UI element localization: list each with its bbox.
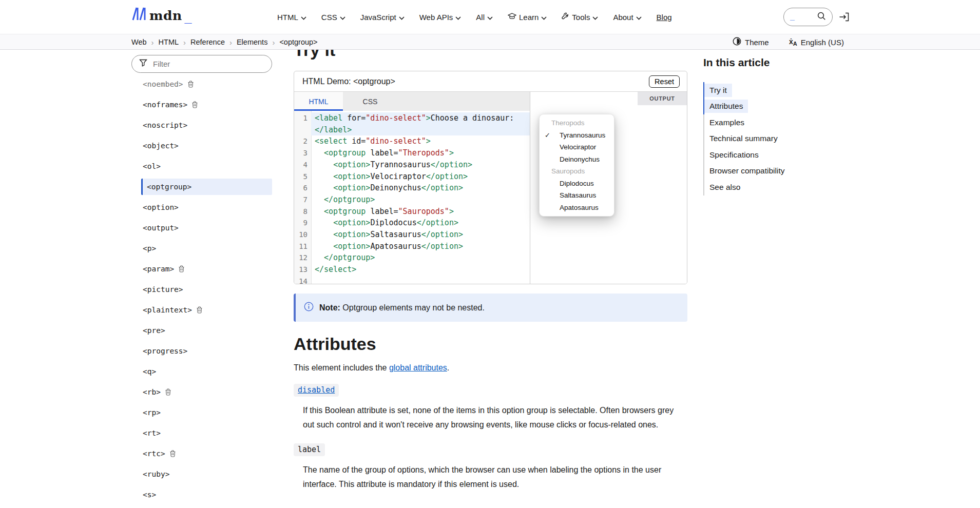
element-label: <noframes>	[143, 101, 187, 109]
option-label: Deinonychus	[560, 155, 600, 163]
tryit-heading: Try it	[294, 50, 335, 60]
article-content: Try it HTML Demo: <optgroup> Reset HTMLC…	[294, 50, 687, 500]
breadcrumb-item-elements[interactable]: Elements	[237, 38, 267, 46]
line-number: 14	[294, 276, 311, 284]
tab-html[interactable]: HTML	[294, 92, 343, 111]
mdn-logo[interactable]: mdn _	[131, 7, 192, 23]
sidebar-item-param[interactable]: <param>	[141, 261, 272, 277]
line-number: 10	[294, 229, 311, 241]
global-attributes-link[interactable]: global attributes	[389, 363, 447, 372]
toc-link-see-also[interactable]: See also	[704, 181, 745, 194]
element-label: <rt>	[143, 429, 161, 437]
code-editor[interactable]: HTMLCSS 1<label for="dino-select">Choose…	[294, 92, 530, 284]
nav-item-css[interactable]: CSS	[321, 13, 345, 22]
toc-link-attributes[interactable]: Attributes	[704, 100, 748, 113]
wrench-icon	[562, 12, 569, 22]
breadcrumb-item-web[interactable]: Web	[131, 38, 147, 46]
sidebar-item-ruby[interactable]: <ruby>	[141, 466, 272, 482]
sidebar-item-ol[interactable]: <ol>	[141, 158, 272, 174]
toc-link-examples[interactable]: Examples	[704, 116, 750, 129]
element-label: <option>	[143, 203, 179, 211]
element-label: <rb>	[143, 388, 161, 396]
chevron-down-icon	[487, 13, 493, 22]
sidebar-item-progress[interactable]: <progress>	[141, 343, 272, 359]
sidebar-item-noscript[interactable]: <noscript>	[141, 117, 272, 133]
toc-link-try-it[interactable]: Try it	[704, 84, 732, 97]
sidebar-item-p[interactable]: <p>	[141, 240, 272, 257]
sidebar-item-noembed[interactable]: <noembed>	[141, 76, 272, 92]
sidebar-item-s[interactable]: <s>	[141, 486, 272, 503]
sidebar-item-output[interactable]: <output>	[141, 220, 272, 236]
reset-button[interactable]: Reset	[649, 75, 680, 88]
sidebar-item-noframes[interactable]: <noframes>	[141, 96, 272, 113]
chevron-down-icon	[592, 13, 598, 22]
breadcrumb-item-optgroup[interactable]: <optgroup>	[279, 38, 317, 46]
line-number: 1	[294, 112, 311, 124]
deprecated-trash-icon	[196, 306, 203, 314]
deprecated-trash-icon	[178, 265, 185, 272]
nav-item-tools[interactable]: Tools	[562, 12, 598, 22]
toc-link-technical-summary[interactable]: Technical summary	[704, 132, 783, 145]
nav-item-blog[interactable]: Blog	[657, 13, 672, 22]
option-tyrannosaurus[interactable]: ✓Tyrannosaurus	[540, 129, 614, 142]
tryit-heading-clipped: Try it	[294, 50, 687, 62]
nav-label: About	[613, 13, 633, 22]
sidebar-item-optgroup[interactable]: <optgroup>	[141, 179, 272, 195]
nav-item-web-apis[interactable]: Web APIs	[419, 13, 462, 22]
nav-label: All	[476, 13, 485, 22]
deprecated-trash-icon	[169, 450, 176, 457]
toc-heading: In this article	[703, 56, 850, 69]
line-number: 8	[294, 206, 311, 218]
element-list: <noembed><noframes><noscript><object><ol…	[131, 76, 272, 503]
nav-item-html[interactable]: HTML	[277, 13, 306, 22]
search-input[interactable]: _	[783, 8, 833, 26]
element-label: <pre>	[143, 326, 165, 335]
attribute-chip-label: label	[294, 443, 325, 456]
theme-toggle[interactable]: Theme	[733, 34, 769, 50]
chevron-down-icon	[541, 13, 547, 22]
breadcrumb-item-reference[interactable]: Reference	[190, 38, 225, 46]
nav-label: Blog	[657, 13, 672, 22]
theme-label: Theme	[745, 38, 769, 47]
code-row: 11 <option>Apatosaurus</option>	[294, 241, 530, 252]
attribute-chip-disabled[interactable]: disabled	[294, 384, 339, 397]
breadcrumb-item-html[interactable]: HTML	[159, 38, 179, 46]
filter-input[interactable]	[152, 59, 249, 69]
nav-item-javascript[interactable]: JavaScript	[360, 13, 405, 22]
toc-link-specifications[interactable]: Specifications	[704, 148, 764, 162]
breadcrumb: Web›HTML›Reference›Elements›<optgroup>	[131, 34, 318, 50]
nav-item-learn[interactable]: Learn	[508, 13, 547, 22]
option-label: Velociraptor	[560, 143, 596, 151]
option-deinonychus[interactable]: Deinonychus	[540, 153, 614, 166]
code-area[interactable]: 1<label for="dino-select">Choose a dinos…	[294, 111, 530, 284]
toc-link-browser-compatibility[interactable]: Browser compatibility	[704, 164, 790, 178]
sidebar-item-rt[interactable]: <rt>	[141, 425, 272, 441]
sidebar-item-picture[interactable]: <picture>	[141, 281, 272, 298]
line-number: 2	[294, 135, 311, 147]
option-diplodocus[interactable]: Diplodocus	[540, 178, 614, 190]
option-apatosaurus[interactable]: Apatosaurus	[540, 202, 614, 214]
tab-css[interactable]: CSS	[343, 92, 397, 111]
language-switcher[interactable]: ẋA English (US)	[789, 34, 844, 50]
sidebar-item-object[interactable]: <object>	[141, 138, 272, 154]
sidebar-item-q[interactable]: <q>	[141, 363, 272, 380]
element-label: <plaintext>	[143, 306, 192, 314]
option-saltasaurus[interactable]: Saltasaurus	[540, 189, 614, 202]
sidebar-item-rp[interactable]: <rp>	[141, 404, 272, 421]
nav-label: Learn	[519, 13, 539, 22]
sidebar-item-option[interactable]: <option>	[141, 199, 272, 216]
breadcrumb-bar: Web›HTML›Reference›Elements›<optgroup> T…	[0, 34, 980, 50]
nav-item-about[interactable]: About	[613, 13, 641, 22]
element-label: <optgroup>	[147, 183, 191, 191]
sign-in-icon[interactable]	[839, 12, 850, 24]
line-number: 7	[294, 194, 311, 206]
option-velociraptor[interactable]: Velociraptor	[540, 141, 614, 153]
nav-item-all[interactable]: All	[476, 13, 493, 22]
element-label: <object>	[143, 142, 179, 150]
sidebar-item-rb[interactable]: <rb>	[141, 384, 272, 400]
sidebar-item-plaintext[interactable]: <plaintext>	[141, 302, 272, 318]
sidebar-item-rtc[interactable]: <rtc>	[141, 445, 272, 462]
sidebar-filter[interactable]	[131, 55, 272, 73]
sidebar-item-pre[interactable]: <pre>	[141, 322, 272, 339]
search-icon[interactable]	[817, 12, 826, 23]
